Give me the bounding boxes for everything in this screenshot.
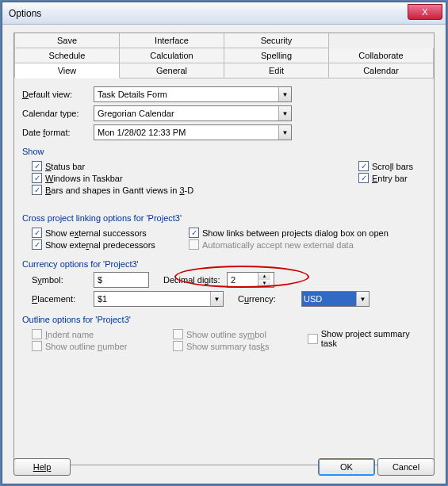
currency-label: Currency:: [238, 294, 301, 304]
tab-calculation[interactable]: Calculation: [120, 48, 224, 63]
currency-combo[interactable]: USD ▼: [301, 291, 370, 307]
tab-interface[interactable]: Interface: [120, 33, 224, 48]
label-outline-number: Show outline number: [45, 342, 127, 351]
checkbox-status-bar[interactable]: [32, 161, 42, 171]
tab-edit[interactable]: Edit: [224, 63, 329, 78]
currency-value: USD: [302, 292, 356, 306]
checkbox-bars-3d[interactable]: [32, 185, 42, 195]
decimal-digits-spinner[interactable]: ▲▼: [227, 272, 274, 288]
default-view-value[interactable]: [94, 87, 278, 101]
checkbox-summary-tasks: [173, 341, 183, 351]
titlebar[interactable]: Options X: [2, 2, 446, 25]
checkbox-project-summary[interactable]: [308, 334, 318, 344]
tab-calendar[interactable]: Calendar: [329, 63, 434, 78]
window-title: Options: [9, 8, 41, 19]
checkbox-ext-successors[interactable]: [32, 228, 42, 238]
label-bars-3d: Bars and shapes in Gantt views in 3-D: [45, 186, 193, 195]
checkbox-ext-predecessors[interactable]: [32, 239, 42, 250]
date-format-combo[interactable]: ▼: [94, 124, 292, 140]
calendar-type-label: Calendar type:: [22, 109, 94, 118]
tab-strip: Save Interface Security Schedule Calcula…: [13, 33, 435, 78]
label-status-bar: Status bar: [45, 162, 85, 171]
dialog-content: Save Interface Security Schedule Calcula…: [2, 25, 446, 473]
placement-combo[interactable]: ▼: [94, 291, 224, 307]
label-summary-tasks: Show summary tasks: [186, 342, 270, 351]
default-view-combo[interactable]: ▼: [94, 86, 292, 102]
tab-view[interactable]: View: [14, 63, 120, 78]
checkbox-windows-taskbar[interactable]: [32, 173, 42, 183]
date-format-label: Date format:: [22, 128, 94, 137]
placement-value[interactable]: [94, 292, 210, 306]
checkbox-outline-number: [32, 341, 42, 351]
spin-up-icon[interactable]: ▲: [258, 273, 270, 280]
label-ext-successors: Show external successors: [45, 228, 147, 238]
chevron-down-icon[interactable]: ▼: [278, 125, 291, 140]
checkbox-outline-symbol: [173, 329, 183, 339]
symbol-input[interactable]: [94, 272, 149, 288]
close-icon: X: [422, 7, 427, 17]
checkbox-auto-accept: [189, 239, 199, 250]
chevron-down-icon[interactable]: ▼: [210, 292, 223, 306]
chevron-down-icon[interactable]: ▼: [278, 106, 291, 121]
label-project-summary: Show project summary task: [321, 329, 426, 348]
calendar-type-combo[interactable]: ▼: [94, 105, 292, 121]
date-format-value[interactable]: [94, 125, 278, 140]
default-view-label: Default view:: [22, 90, 94, 99]
tab-save[interactable]: Save: [14, 33, 120, 48]
decimal-label: Decimal digits:: [163, 275, 227, 285]
group-show: Show: [22, 147, 426, 156]
group-currency: Currency options for 'Project3': [22, 259, 426, 269]
symbol-label: Symbol:: [32, 275, 94, 285]
tab-security[interactable]: Security: [224, 33, 329, 48]
checkbox-scroll-bars[interactable]: [358, 161, 369, 171]
ok-button[interactable]: OK: [318, 458, 375, 476]
label-ext-predecessors: Show external predecessors: [45, 240, 155, 250]
label-auto-accept: Automatically accept new external data: [202, 240, 354, 250]
chevron-down-icon[interactable]: ▼: [278, 87, 291, 101]
tab-general[interactable]: General: [120, 63, 224, 78]
help-button[interactable]: Help: [13, 458, 71, 476]
placement-label: Placement:: [32, 294, 94, 304]
label-indent-name: Indent name: [45, 330, 94, 339]
group-outline: Outline options for 'Project3': [22, 315, 426, 324]
spin-down-icon[interactable]: ▼: [258, 280, 270, 287]
decimal-digits-value[interactable]: [228, 273, 258, 287]
group-cross-linking: Cross project linking options for 'Proje…: [22, 213, 426, 223]
tab-schedule[interactable]: Schedule: [14, 48, 120, 63]
label-scroll-bars: Scroll bars: [372, 162, 413, 171]
label-links-dialog: Show links between projects dialog box o…: [202, 228, 389, 238]
options-dialog: Options X Save Interface Security Schedu…: [2, 2, 446, 484]
label-windows-taskbar: Windows in Taskbar: [45, 174, 123, 183]
tab-spelling[interactable]: Spelling: [224, 48, 329, 63]
view-panel: Default view: ▼ Calendar type: ▼ Date fo…: [13, 78, 435, 465]
cancel-button[interactable]: Cancel: [377, 458, 435, 476]
checkbox-entry-bar[interactable]: [358, 173, 369, 183]
close-button[interactable]: X: [408, 4, 442, 20]
checkbox-links-dialog[interactable]: [189, 228, 199, 238]
dialog-footer: Help OK Cancel: [13, 458, 435, 476]
label-entry-bar: Entry bar: [372, 174, 408, 183]
label-outline-symbol: Show outline symbol: [186, 330, 266, 339]
tab-collaborate[interactable]: Collaborate: [329, 48, 434, 63]
chevron-down-icon[interactable]: ▼: [356, 292, 369, 306]
calendar-type-value[interactable]: [94, 106, 278, 121]
checkbox-indent-name: [32, 329, 42, 339]
